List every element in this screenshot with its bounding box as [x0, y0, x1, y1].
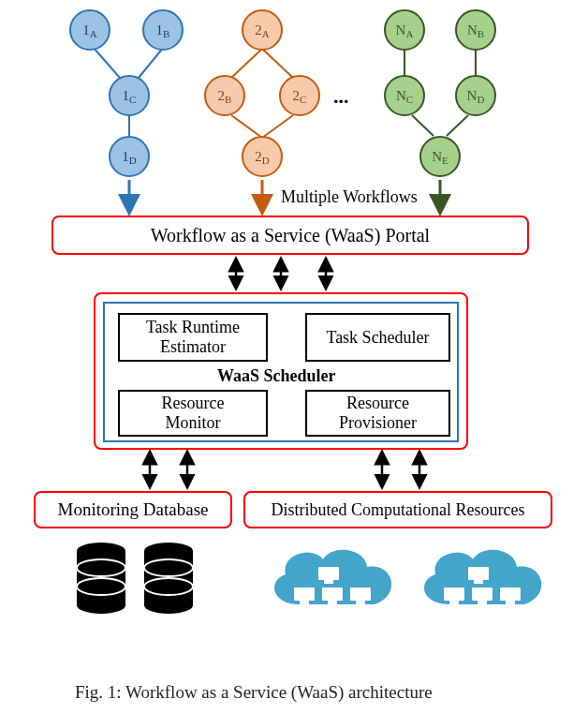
- wf2-node-d-sub: D: [262, 155, 270, 166]
- wf1-node-c-sub: C: [129, 94, 136, 105]
- svg-line-6: [262, 115, 293, 138]
- workflow-ellipsis: ...: [333, 84, 349, 109]
- wf2-node-c: 2C: [279, 75, 320, 116]
- svg-line-9: [412, 115, 434, 136]
- svg-rect-36: [328, 601, 337, 604]
- wf1-node-a: 1A: [69, 9, 110, 51]
- wf2-node-d: 2D: [242, 136, 283, 177]
- wf1-node-d: 1D: [109, 136, 150, 177]
- wf1-node-b: 1B: [142, 9, 184, 51]
- monitoring-database-box: Monitoring Database: [34, 491, 232, 528]
- cloud-compute-icon: [262, 539, 403, 628]
- waas-portal-box: Workflow as a Service (WaaS) Portal: [51, 216, 529, 255]
- waas-scheduler-box: Task Runtime Estimator Task Scheduler Wa…: [94, 292, 468, 450]
- wfn-node-e: NE: [419, 136, 461, 177]
- wfn-node-a-sub: A: [405, 28, 413, 39]
- svg-line-1: [139, 47, 164, 78]
- dcr-label: Distributed Computational Resources: [272, 500, 525, 520]
- task-scheduler-box: Task Scheduler: [305, 313, 450, 362]
- wf2-node-b-num: 2: [218, 88, 226, 104]
- wf2-node-a: 2A: [242, 9, 283, 51]
- svg-rect-43: [472, 588, 492, 601]
- task-runtime-estimator-box: Task Runtime Estimator: [118, 313, 268, 362]
- svg-rect-33: [294, 588, 315, 601]
- wf1-node-c-num: 1: [123, 88, 130, 104]
- wf2-node-d-num: 2: [255, 149, 262, 165]
- wfn-node-c: NC: [384, 75, 425, 116]
- wfn-node-d-sub: D: [477, 94, 484, 105]
- cloud-compute-icon: [412, 539, 552, 628]
- svg-line-3: [231, 49, 262, 78]
- wfn-node-b-num: N: [467, 22, 478, 38]
- svg-rect-38: [356, 601, 365, 604]
- svg-rect-39: [468, 567, 489, 580]
- wfn-node-b: NB: [455, 9, 496, 51]
- wf2-node-a-sub: A: [262, 28, 270, 39]
- wfn-node-d-num: N: [467, 88, 478, 104]
- svg-rect-34: [300, 601, 309, 604]
- svg-rect-42: [449, 601, 459, 604]
- wf2-node-c-num: 2: [293, 88, 301, 104]
- monitoring-database-label: Monitoring Database: [58, 499, 209, 520]
- wf2-node-b-sub: B: [225, 94, 231, 105]
- wfn-node-b-sub: B: [478, 28, 484, 39]
- svg-line-10: [447, 115, 468, 136]
- multiple-workflows-label: Multiple Workflows: [281, 187, 418, 207]
- svg-rect-32: [324, 580, 333, 584]
- wf1-node-d-num: 1: [122, 149, 129, 165]
- wfn-node-d: ND: [455, 75, 496, 116]
- wf1-node-a-sub: A: [90, 28, 97, 39]
- scheduler-inner-box: Task Runtime Estimator Task Scheduler Wa…: [103, 302, 459, 442]
- wf1-node-b-num: 1: [156, 22, 164, 38]
- svg-line-5: [231, 115, 262, 138]
- svg-rect-37: [350, 588, 371, 601]
- svg-line-0: [93, 47, 120, 78]
- resource-provisioner-box: Resource Provisioner: [305, 390, 450, 437]
- svg-rect-35: [322, 588, 343, 601]
- database-icon: [142, 542, 195, 617]
- waas-portal-label: Workflow as a Service (WaaS) Portal: [151, 225, 430, 246]
- dcr-box: Distributed Computational Resources: [243, 491, 552, 528]
- waas-scheduler-title: WaaS Scheduler: [217, 366, 336, 386]
- wf1-node-c: 1C: [109, 75, 150, 116]
- svg-rect-40: [474, 580, 483, 584]
- database-icon: [75, 542, 127, 617]
- wfn-node-c-num: N: [396, 88, 406, 104]
- figure-caption: Fig. 1: Workflow as a Service (WaaS) arc…: [75, 682, 433, 703]
- svg-rect-46: [506, 601, 515, 604]
- wfn-node-a-num: N: [396, 22, 406, 38]
- svg-line-4: [262, 49, 293, 78]
- wf2-node-a-num: 2: [255, 22, 262, 38]
- wfn-node-c-sub: C: [406, 94, 413, 105]
- wfn-node-e-sub: E: [442, 155, 448, 166]
- svg-rect-45: [500, 588, 521, 601]
- wf1-node-b-sub: B: [163, 28, 169, 39]
- svg-rect-41: [444, 588, 464, 601]
- svg-rect-44: [478, 601, 487, 604]
- wf1-node-d-sub: D: [129, 155, 137, 166]
- wf2-node-c-sub: C: [300, 94, 306, 105]
- wf1-node-a-num: 1: [82, 22, 90, 38]
- wfn-node-e-num: N: [432, 149, 442, 165]
- wfn-node-a: NA: [384, 9, 425, 51]
- resource-monitor-box: Resource Monitor: [118, 390, 268, 437]
- svg-rect-31: [318, 567, 339, 580]
- waas-architecture-diagram: 1A 1B 1C 1D 2A 2B 2C 2D ... NA NB NC ND …: [0, 0, 588, 714]
- wf2-node-b: 2B: [204, 75, 245, 116]
